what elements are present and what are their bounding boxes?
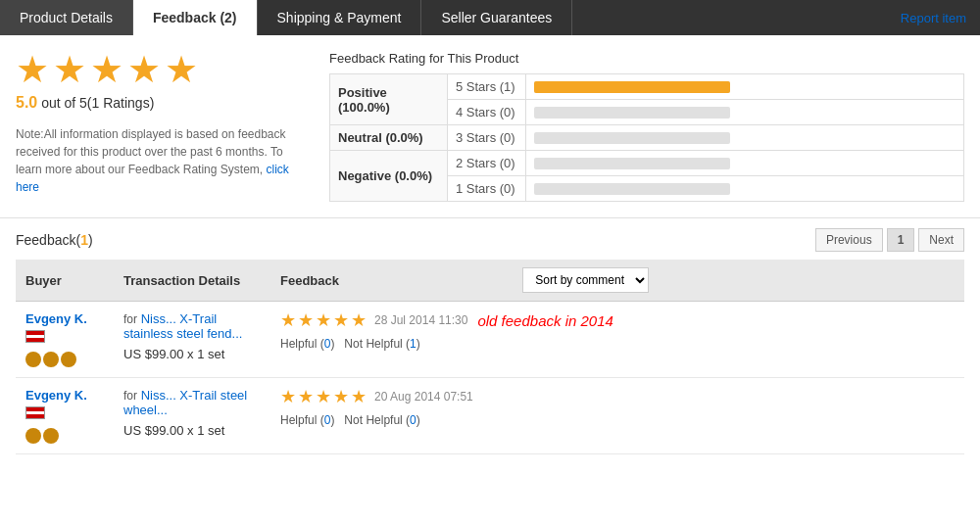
negative-label: Negative (0.0%)	[330, 151, 448, 202]
feedback-cell-2: ★ ★ ★ ★ ★ 20 Aug 2014 07:51 Helpful (0) …	[270, 378, 964, 454]
main-content: ★ ★ ★ ★ ★ 5.0 out of 5(1 Ratings) Note:A…	[0, 35, 980, 218]
transaction-cell-2: for Niss... X-Trail steel wheel... US $9…	[114, 378, 270, 454]
product-for-2: for Niss... X-Trail steel wheel...	[123, 388, 261, 417]
buyer-cell-2: Evgeny K.	[16, 378, 114, 454]
medal-3	[61, 352, 76, 367]
feedback-table: Buyer Transaction Details Feedback Sort …	[16, 260, 964, 454]
feedback-title: Feedback(1)	[16, 232, 93, 248]
tab-seller-guarantees[interactable]: Seller Guarantees	[421, 0, 572, 35]
star-4: ★	[127, 51, 161, 88]
positive-label: Positive (100.0%)	[330, 74, 448, 125]
buyer-flag-1	[25, 330, 45, 343]
star-4-label: 4 Stars (0)	[448, 100, 526, 125]
buyer-cell-1: Evgeny K.	[16, 302, 114, 378]
buyer-medals-2	[25, 428, 104, 444]
product-link-2[interactable]: Niss... X-Trail steel wheel...	[123, 388, 247, 417]
table-row: Evgeny K. for Niss... X-Trail steel whee…	[16, 378, 964, 454]
neutral-label: Neutral (0.0%)	[330, 125, 448, 151]
old-feedback-label-1: old feedback in 2014	[477, 312, 612, 329]
tab-shipping[interactable]: Shipping & Payment	[258, 0, 422, 35]
price-info-1: US $99.00 x 1 set	[123, 347, 261, 361]
buyer-flag-2	[25, 406, 45, 419]
sort-cell: Sort by comment	[513, 260, 964, 302]
rating-row-neutral: Neutral (0.0%) 3 Stars (0)	[330, 125, 964, 151]
medal-2	[43, 352, 59, 367]
bar-3	[526, 125, 964, 151]
stars-row: ★ ★ ★ ★ ★	[16, 51, 310, 88]
prev-button[interactable]: Previous	[815, 228, 883, 252]
avg-suffix: out of 5(1 Ratings)	[41, 95, 154, 111]
avg-number: 5.0	[16, 94, 37, 111]
helpful-row-1: Helpful (0) Not Helpful (1)	[280, 337, 955, 351]
rating-row-negative-2: Negative (0.0%) 2 Stars (0)	[330, 151, 964, 176]
average-rating-section: ★ ★ ★ ★ ★ 5.0 out of 5(1 Ratings) Note:A…	[16, 51, 310, 202]
feedback-stars-2: ★ ★ ★ ★ ★	[280, 388, 367, 405]
buyer-name-1[interactable]: Evgeny K.	[25, 311, 104, 326]
rating-row-positive-5: Positive (100.0%) 5 Stars (1)	[330, 74, 964, 100]
buyer-name-2[interactable]: Evgeny K.	[25, 388, 104, 403]
star-2-label: 2 Stars (0)	[448, 151, 526, 176]
col-feedback: Feedback	[270, 260, 513, 302]
medal-5	[43, 428, 59, 444]
next-button[interactable]: Next	[918, 228, 964, 252]
star-1: ★	[16, 51, 49, 88]
rating-table-section: Feedback Rating for This Product Positiv…	[329, 51, 964, 202]
transaction-cell-1: for Niss... X-Trail stainless steel fend…	[114, 302, 270, 378]
feedback-header: Feedback(1) Previous 1 Next	[16, 228, 964, 252]
star-3: ★	[90, 51, 123, 88]
pagination: Previous 1 Next	[815, 228, 964, 252]
star-1-label: 1 Stars (0)	[448, 176, 526, 202]
rating-breakdown-table: Positive (100.0%) 5 Stars (1) 4 Stars (0…	[329, 73, 964, 202]
note-text: Note:All information displayed is based …	[16, 125, 310, 196]
feedback-section: Feedback(1) Previous 1 Next Buyer Transa…	[0, 218, 980, 464]
not-helpful-link-2[interactable]: 0	[410, 413, 416, 427]
col-buyer: Buyer	[16, 260, 114, 302]
medal-1	[25, 352, 41, 367]
star-5-label: 5 Stars (1)	[448, 74, 526, 100]
not-helpful-link-1[interactable]: 1	[410, 337, 416, 351]
feedback-date-1: 28 Jul 2014 11:30	[374, 313, 467, 327]
feedback-date-2: 20 Aug 2014 07:51	[374, 390, 473, 404]
col-transaction: Transaction Details	[114, 260, 270, 302]
bar-4	[526, 100, 964, 125]
helpful-link-2[interactable]: 0	[324, 413, 331, 427]
tab-product-details[interactable]: Product Details	[0, 0, 133, 35]
feedback-count: 1	[80, 232, 88, 248]
helpful-link-1[interactable]: 0	[324, 337, 331, 351]
feedback-cell-1: ★ ★ ★ ★ ★ 28 Jul 2014 11:30 old feedback…	[270, 302, 964, 378]
star-5: ★	[165, 51, 198, 88]
medal-4	[25, 428, 41, 444]
buyer-medals-1	[25, 352, 104, 367]
helpful-row-2: Helpful (0) Not Helpful (0)	[280, 413, 955, 427]
price-info-2: US $99.00 x 1 set	[123, 423, 261, 438]
report-item-link[interactable]: Report item	[901, 11, 980, 25]
sort-select[interactable]: Sort by comment	[522, 267, 649, 293]
tab-feedback[interactable]: Feedback (2)	[133, 0, 258, 35]
tab-bar: Product Details Feedback (2) Shipping & …	[0, 0, 980, 35]
bar-5	[526, 74, 964, 100]
rating-table-title: Feedback Rating for This Product	[329, 51, 964, 66]
bar-1	[526, 176, 964, 202]
bar-2	[526, 151, 964, 176]
product-link-1[interactable]: Niss... X-Trail stainless steel fend...	[123, 311, 242, 341]
table-row: Evgeny K. for Niss... X-Trail stainless …	[16, 302, 964, 378]
product-for-1: for Niss... X-Trail stainless steel fend…	[123, 311, 261, 341]
avg-text: 5.0 out of 5(1 Ratings)	[16, 94, 310, 112]
star-3-label: 3 Stars (0)	[448, 125, 526, 151]
page-1-button[interactable]: 1	[887, 228, 915, 252]
feedback-table-header: Buyer Transaction Details Feedback Sort …	[16, 260, 964, 302]
star-2: ★	[53, 51, 86, 88]
feedback-stars-1: ★ ★ ★ ★ ★	[280, 311, 367, 329]
